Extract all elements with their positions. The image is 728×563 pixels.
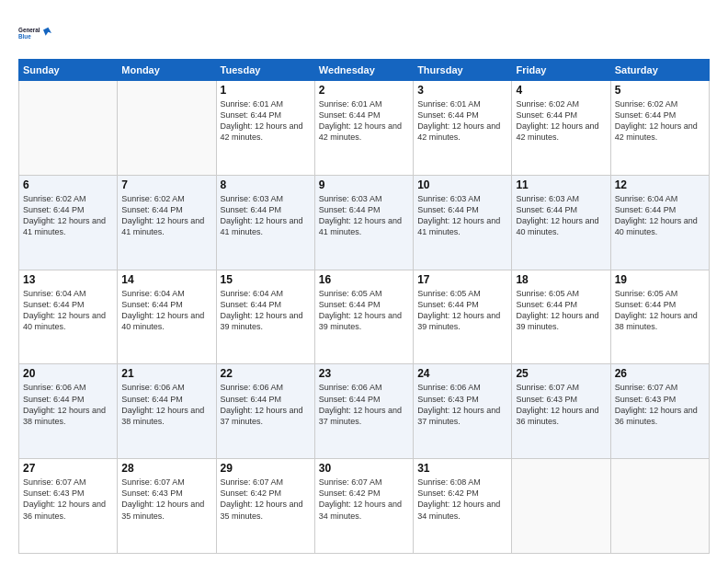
- calendar-cell: 18Sunrise: 6:05 AM Sunset: 6:44 PM Dayli…: [512, 270, 610, 364]
- day-number: 8: [221, 178, 311, 191]
- calendar-cell: 12Sunrise: 6:04 AM Sunset: 6:44 PM Dayli…: [610, 175, 709, 270]
- calendar-cell: 19Sunrise: 6:05 AM Sunset: 6:44 PM Dayli…: [610, 270, 709, 364]
- day-info: Sunrise: 6:07 AM Sunset: 6:43 PM Dayligh…: [121, 477, 211, 522]
- svg-text:Blue: Blue: [18, 33, 31, 40]
- weekday-header-saturday: Saturday: [610, 60, 709, 81]
- weekday-header-wednesday: Wednesday: [314, 60, 413, 81]
- calendar-week-row: 27Sunrise: 6:07 AM Sunset: 6:43 PM Dayli…: [19, 459, 710, 554]
- calendar-cell: 9Sunrise: 6:03 AM Sunset: 6:44 PM Daylig…: [314, 175, 413, 270]
- weekday-header-monday: Monday: [118, 60, 216, 81]
- calendar-cell: 4Sunrise: 6:02 AM Sunset: 6:44 PM Daylig…: [512, 81, 610, 176]
- calendar-body: 1Sunrise: 6:01 AM Sunset: 6:44 PM Daylig…: [19, 81, 710, 554]
- calendar-cell: 21Sunrise: 6:06 AM Sunset: 6:44 PM Dayli…: [118, 364, 216, 459]
- day-number: 5: [615, 84, 705, 97]
- day-number: 13: [23, 273, 113, 286]
- day-number: 26: [615, 367, 705, 380]
- day-number: 28: [121, 462, 211, 475]
- day-number: 30: [319, 462, 409, 475]
- day-number: 29: [221, 462, 311, 475]
- day-number: 7: [121, 178, 211, 191]
- calendar-cell: 13Sunrise: 6:04 AM Sunset: 6:44 PM Dayli…: [19, 270, 118, 364]
- day-number: 1: [221, 84, 311, 97]
- weekday-header-thursday: Thursday: [414, 60, 512, 81]
- calendar-cell: 27Sunrise: 6:07 AM Sunset: 6:43 PM Dayli…: [19, 459, 118, 554]
- svg-text:General: General: [18, 27, 40, 33]
- day-info: Sunrise: 6:06 AM Sunset: 6:44 PM Dayligh…: [121, 382, 211, 427]
- day-number: 15: [221, 273, 311, 286]
- day-info: Sunrise: 6:05 AM Sunset: 6:44 PM Dayligh…: [319, 288, 409, 333]
- calendar-week-row: 1Sunrise: 6:01 AM Sunset: 6:44 PM Daylig…: [19, 81, 710, 176]
- calendar-cell: 16Sunrise: 6:05 AM Sunset: 6:44 PM Dayli…: [314, 270, 413, 364]
- page: General Blue SundayMondayTuesdayWednesda…: [0, 0, 728, 563]
- day-info: Sunrise: 6:06 AM Sunset: 6:44 PM Dayligh…: [319, 382, 409, 427]
- day-number: 17: [417, 273, 507, 286]
- day-number: 9: [319, 178, 409, 191]
- weekday-header-friday: Friday: [512, 60, 610, 81]
- day-info: Sunrise: 6:05 AM Sunset: 6:44 PM Dayligh…: [615, 288, 705, 333]
- calendar-cell: 23Sunrise: 6:06 AM Sunset: 6:44 PM Dayli…: [314, 364, 413, 459]
- calendar-cell: 2Sunrise: 6:01 AM Sunset: 6:44 PM Daylig…: [314, 81, 413, 176]
- calendar-week-row: 6Sunrise: 6:02 AM Sunset: 6:44 PM Daylig…: [19, 175, 710, 270]
- day-info: Sunrise: 6:06 AM Sunset: 6:44 PM Dayligh…: [23, 382, 113, 427]
- calendar-cell: 22Sunrise: 6:06 AM Sunset: 6:44 PM Dayli…: [216, 364, 314, 459]
- day-number: 20: [23, 367, 113, 380]
- calendar-cell: 28Sunrise: 6:07 AM Sunset: 6:43 PM Dayli…: [118, 459, 216, 554]
- day-info: Sunrise: 6:06 AM Sunset: 6:43 PM Dayligh…: [417, 382, 507, 427]
- calendar-cell: [118, 81, 216, 176]
- day-info: Sunrise: 6:08 AM Sunset: 6:42 PM Dayligh…: [417, 477, 507, 522]
- day-number: 19: [615, 273, 705, 286]
- day-info: Sunrise: 6:03 AM Sunset: 6:44 PM Dayligh…: [221, 193, 311, 238]
- day-info: Sunrise: 6:01 AM Sunset: 6:44 PM Dayligh…: [319, 98, 409, 144]
- calendar-cell: 6Sunrise: 6:02 AM Sunset: 6:44 PM Daylig…: [19, 175, 118, 270]
- day-number: 14: [121, 273, 211, 286]
- day-info: Sunrise: 6:07 AM Sunset: 6:42 PM Dayligh…: [221, 477, 311, 522]
- day-info: Sunrise: 6:05 AM Sunset: 6:44 PM Dayligh…: [417, 288, 507, 333]
- day-info: Sunrise: 6:03 AM Sunset: 6:44 PM Dayligh…: [516, 193, 606, 238]
- calendar-week-row: 20Sunrise: 6:06 AM Sunset: 6:44 PM Dayli…: [19, 364, 710, 459]
- calendar-cell: 26Sunrise: 6:07 AM Sunset: 6:43 PM Dayli…: [610, 364, 709, 459]
- day-info: Sunrise: 6:02 AM Sunset: 6:44 PM Dayligh…: [23, 193, 113, 238]
- day-number: 23: [319, 367, 409, 380]
- day-number: 2: [319, 84, 409, 97]
- day-number: 16: [319, 273, 409, 286]
- calendar-week-row: 13Sunrise: 6:04 AM Sunset: 6:44 PM Dayli…: [19, 270, 710, 364]
- calendar-cell: 29Sunrise: 6:07 AM Sunset: 6:42 PM Dayli…: [216, 459, 314, 554]
- calendar-cell: 7Sunrise: 6:02 AM Sunset: 6:44 PM Daylig…: [118, 175, 216, 270]
- calendar-cell: [512, 459, 610, 554]
- day-number: 21: [121, 367, 211, 380]
- day-info: Sunrise: 6:07 AM Sunset: 6:43 PM Dayligh…: [516, 382, 606, 427]
- day-info: Sunrise: 6:04 AM Sunset: 6:44 PM Dayligh…: [121, 288, 211, 333]
- day-number: 31: [417, 462, 507, 475]
- day-info: Sunrise: 6:05 AM Sunset: 6:44 PM Dayligh…: [516, 288, 606, 333]
- day-number: 18: [516, 273, 606, 286]
- day-info: Sunrise: 6:04 AM Sunset: 6:44 PM Dayligh…: [615, 193, 705, 238]
- day-info: Sunrise: 6:04 AM Sunset: 6:44 PM Dayligh…: [221, 288, 311, 333]
- calendar-cell: 1Sunrise: 6:01 AM Sunset: 6:44 PM Daylig…: [216, 81, 314, 176]
- logo: General Blue: [18, 17, 51, 50]
- day-number: 25: [516, 367, 606, 380]
- day-info: Sunrise: 6:07 AM Sunset: 6:42 PM Dayligh…: [319, 477, 409, 522]
- day-info: Sunrise: 6:03 AM Sunset: 6:44 PM Dayligh…: [417, 193, 507, 238]
- day-info: Sunrise: 6:01 AM Sunset: 6:44 PM Dayligh…: [417, 98, 507, 144]
- calendar-cell: 20Sunrise: 6:06 AM Sunset: 6:44 PM Dayli…: [19, 364, 118, 459]
- calendar-cell: 24Sunrise: 6:06 AM Sunset: 6:43 PM Dayli…: [414, 364, 512, 459]
- weekday-header-sunday: Sunday: [19, 60, 118, 81]
- day-number: 22: [221, 367, 311, 380]
- day-number: 12: [615, 178, 705, 191]
- day-info: Sunrise: 6:06 AM Sunset: 6:44 PM Dayligh…: [221, 382, 311, 427]
- day-info: Sunrise: 6:04 AM Sunset: 6:44 PM Dayligh…: [23, 288, 113, 333]
- calendar-table: SundayMondayTuesdayWednesdayThursdayFrid…: [18, 59, 710, 554]
- calendar-cell: [19, 81, 118, 176]
- generalblue-logo-icon: General Blue: [18, 17, 51, 50]
- day-number: 11: [516, 178, 606, 191]
- calendar-cell: 5Sunrise: 6:02 AM Sunset: 6:44 PM Daylig…: [610, 81, 709, 176]
- weekday-header-tuesday: Tuesday: [216, 60, 314, 81]
- calendar-cell: 14Sunrise: 6:04 AM Sunset: 6:44 PM Dayli…: [118, 270, 216, 364]
- calendar-cell: 8Sunrise: 6:03 AM Sunset: 6:44 PM Daylig…: [216, 175, 314, 270]
- header: General Blue: [18, 17, 710, 50]
- day-number: 24: [417, 367, 507, 380]
- calendar-cell: 31Sunrise: 6:08 AM Sunset: 6:42 PM Dayli…: [414, 459, 512, 554]
- day-number: 4: [516, 84, 606, 97]
- calendar-cell: 3Sunrise: 6:01 AM Sunset: 6:44 PM Daylig…: [414, 81, 512, 176]
- day-info: Sunrise: 6:03 AM Sunset: 6:44 PM Dayligh…: [319, 193, 409, 238]
